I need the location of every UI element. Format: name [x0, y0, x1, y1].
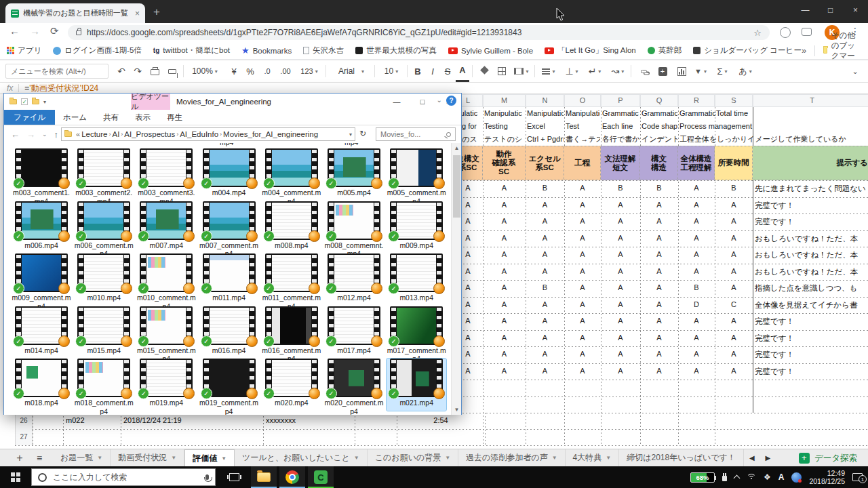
grade-cell[interactable]: A [483, 297, 526, 314]
file-item[interactable]: ✓m008.mp4 [262, 201, 321, 253]
percent-format-button[interactable]: % [243, 60, 258, 82]
header-band-cell[interactable]: 工程 [564, 146, 601, 180]
header-band-cell[interactable]: 全体構造 工程理解 [678, 146, 715, 180]
grade-cell[interactable]: A [715, 280, 753, 297]
grade-cell[interactable]: A [640, 363, 678, 380]
row-header-27[interactable]: 27 [15, 429, 33, 445]
header-band-cell[interactable]: 所要時間 [715, 146, 753, 180]
row-header-26[interactable]: 26 [15, 413, 33, 429]
file-item[interactable]: ✓m019.mp4 [136, 359, 196, 411]
file-item[interactable]: ✓m017.mp4 [324, 306, 384, 359]
bookmark-item-7[interactable]: Sylvie Guillem - Bole [448, 47, 533, 55]
comment-cell[interactable]: 先に進まれてまったく問題ない [755, 180, 867, 197]
file-item[interactable]: ✓m006.mp4 [12, 201, 71, 253]
grade-cell[interactable]: A [678, 197, 715, 214]
grade-cell[interactable]: B [715, 180, 753, 197]
grade-cell[interactable]: A [483, 264, 526, 281]
grade-cell[interactable]: A [564, 230, 601, 247]
bookmark-item-2[interactable]: ログイン画面-1期-5倍 [53, 45, 142, 56]
comment-cell[interactable]: 完璧です！ [755, 197, 867, 214]
insert-chart-icon[interactable] [673, 60, 690, 82]
ribbon-tab-4[interactable]: 表示 [127, 110, 159, 125]
scroll-down-icon[interactable]: ▼ [452, 405, 462, 415]
grade-cell[interactable]: A [483, 197, 526, 214]
comment-cell[interactable]: 完璧です！ [755, 313, 867, 330]
grade-cell[interactable]: A [601, 280, 640, 297]
sheet-tab-8[interactable]: 締切は2018年いっぱいです！ [619, 449, 744, 466]
explorer-scrollbar[interactable]: ▲ ▼ [451, 143, 461, 415]
grade-cell[interactable]: A [564, 180, 601, 197]
chevron-down-icon[interactable]: ▼ [552, 455, 557, 461]
toolbar-collapse-icon[interactable]: ⌄ [846, 60, 864, 82]
cell-text[interactable]: Code shape [642, 120, 677, 132]
grade-cell[interactable]: A [601, 197, 640, 214]
taskbar-explorer-button[interactable] [251, 466, 277, 488]
file-item[interactable]: ✓m005.mp4 [324, 148, 384, 201]
grade-cell[interactable]: A [640, 247, 678, 264]
file-item-selected[interactable]: ✓m021.mp4 [387, 359, 446, 411]
hidden-icons-chevron[interactable] [734, 475, 741, 482]
sheet-tab-2[interactable]: 動画受付状況▼ [111, 449, 184, 466]
file-item[interactable]: ✓m015.mp4 [74, 306, 134, 359]
grade-cell[interactable]: A [715, 313, 753, 330]
column-header-M[interactable]: M [483, 94, 526, 107]
chevron-down-icon[interactable]: ▼ [171, 455, 176, 461]
bookmark-item-6[interactable]: 世界最大規模の写真 [355, 45, 437, 56]
grade-cell[interactable]: A [640, 230, 678, 247]
grade-cell[interactable]: A [483, 313, 526, 330]
file-item[interactable]: ✓m004.mp4 [199, 148, 259, 201]
refresh-icon[interactable]: ↻ [359, 129, 366, 138]
grade-cell[interactable]: A [640, 330, 678, 347]
breadcrumb-segment-3[interactable]: AI_Prospectus [124, 130, 175, 138]
bookmarks-overflow-icon[interactable]: » [802, 45, 806, 56]
grade-cell[interactable]: A [640, 346, 678, 363]
grade-cell[interactable]: A [526, 313, 564, 330]
new-tab-button[interactable]: + [153, 5, 160, 19]
file-item[interactable]: ✓m020_comment.mp4 [324, 359, 384, 411]
zoom-select[interactable]: 100%▾ [187, 60, 222, 82]
grade-cell[interactable]: A [601, 247, 640, 264]
battery-indicator[interactable]: 68% [690, 472, 715, 483]
grade-cell[interactable]: A [564, 363, 601, 380]
bookmark-star-icon[interactable]: ☆ [753, 28, 762, 38]
functions-icon[interactable]: Σ▾ [712, 60, 732, 82]
more-formats-button[interactable]: 123▾ [297, 60, 321, 82]
grade-cell[interactable]: A [564, 247, 601, 264]
file-item[interactable]: ✓m010.mp4 [74, 253, 134, 306]
grade-cell[interactable]: A [564, 297, 601, 314]
grade-cell[interactable]: A [601, 230, 640, 247]
grade-cell[interactable]: B [640, 180, 678, 197]
grade-cell[interactable]: A [601, 330, 640, 347]
cell-text[interactable]: Excel [527, 120, 564, 132]
cell-text[interactable]: 各行で書か [602, 133, 639, 145]
file-item[interactable]: ✓m015_comment.mp4 [136, 306, 196, 359]
reload-icon[interactable]: ⟳ [50, 25, 59, 37]
breadcrumb-segment-1[interactable]: Lecture [81, 130, 107, 138]
cell-text[interactable]: Grammatic [602, 107, 639, 119]
insert-comment-icon[interactable]: + [654, 60, 671, 82]
start-button[interactable] [0, 466, 31, 488]
file-item[interactable]: ✓m012.mp4 [324, 253, 384, 306]
action-center-icon[interactable]: 1 [852, 473, 863, 481]
ribbon-tab-5[interactable]: 再生 [159, 110, 191, 125]
cell-text[interactable]: xxxxxxxx [266, 413, 352, 429]
comment-cell[interactable]: おもしろいですね！ただ、本 [755, 264, 867, 281]
grade-cell[interactable]: A [526, 363, 564, 380]
grade-cell[interactable]: A [715, 264, 753, 281]
microphone-icon[interactable] [205, 474, 209, 480]
explorer-forward-icon[interactable]: → [26, 129, 35, 140]
column-header-N[interactable]: N [526, 94, 564, 107]
grade-cell[interactable]: A [564, 280, 601, 297]
cell-text[interactable]: m022 [66, 413, 118, 429]
comment-cell[interactable]: 完璧です！ [755, 363, 867, 380]
print-icon[interactable] [146, 60, 163, 82]
decrease-decimal-button[interactable]: .0 [259, 60, 275, 82]
increase-decimal-button[interactable]: .00 [277, 60, 294, 82]
header-band-cell[interactable]: エクセル 系SC [526, 146, 564, 180]
header-band-cell[interactable]: 構文 構造 [640, 146, 678, 180]
file-item[interactable]: ✓m011_comment.mp4 [262, 253, 321, 306]
extension-icon-1[interactable] [780, 27, 791, 38]
chevron-down-icon[interactable]: ▾ [43, 99, 46, 105]
grade-cell[interactable]: A [678, 214, 715, 230]
grade-cell[interactable]: A [601, 214, 640, 230]
